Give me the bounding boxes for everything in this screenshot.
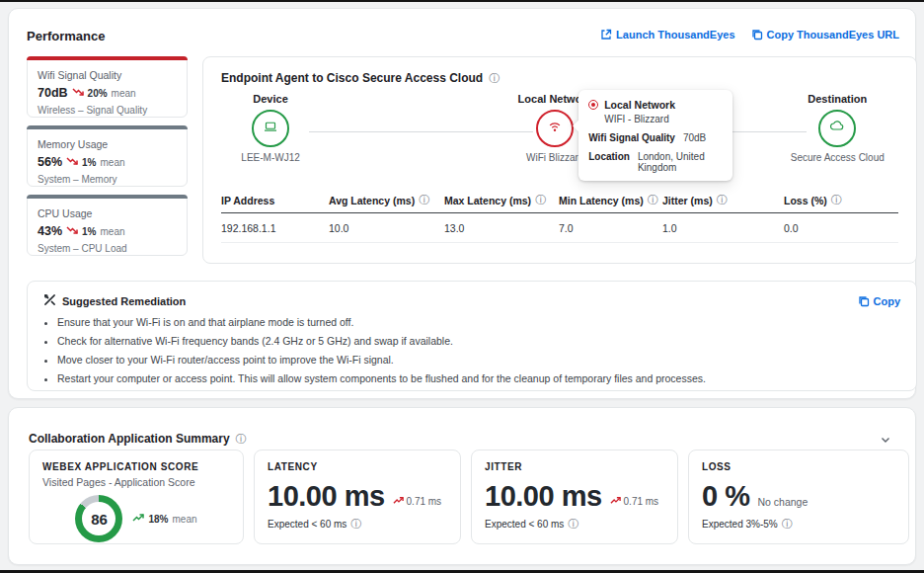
expected-label: Expected < 60 ms: [485, 519, 564, 530]
metric-value: 70dB: [38, 86, 68, 100]
launch-thousandeyes-label: Launch ThousandEyes: [616, 29, 734, 41]
copy-icon: [751, 29, 763, 41]
info-icon[interactable]: ⓘ: [648, 195, 658, 205]
cell-avg-latency: 10.0: [329, 222, 444, 234]
metric-title: CPU Usage: [38, 207, 177, 219]
info-icon[interactable]: ⓘ: [831, 195, 842, 205]
col-jitter: Jitter (ms)ⓘ: [662, 195, 784, 206]
node-label: Device: [211, 93, 330, 105]
collab-summary-panel: Collaboration Application Summary ⓘ WEBE…: [8, 407, 916, 565]
remediation-item: Restart your computer or access point. T…: [57, 372, 900, 384]
metric-trend-suffix: mean: [100, 157, 124, 168]
tooltip-row-label: Location: [588, 151, 630, 173]
info-icon[interactable]: ⓘ: [350, 519, 361, 530]
metric-card-cpu[interactable]: CPU Usage 43% 1% mean System – CPU Load: [27, 195, 188, 256]
path-metrics-table: IP Address Avg Latency (ms)ⓘ Max Latency…: [221, 188, 898, 243]
metric-trend-value: 20%: [88, 88, 108, 99]
remediation-item: Ensure that your Wi-Fi is on and that ai…: [57, 316, 900, 328]
metric-subtitle: Wireless – Signal Quality: [38, 105, 177, 116]
trend-suffix: mean: [173, 514, 197, 525]
expected-label: Expected 3%-5%: [702, 519, 778, 530]
col-min-latency: Min Latency (ms)ⓘ: [559, 195, 662, 206]
trend-value: 0.71 ms: [407, 496, 442, 507]
network-path-diagram: Device LEE-M-WJ12 Local Network: [221, 93, 898, 178]
score-gauge: 86: [75, 495, 122, 542]
trending-down-icon: [66, 222, 78, 240]
expected-row: Expected < 60 ms ⓘ: [268, 519, 447, 530]
trending-up-icon: [393, 495, 404, 508]
copy-remediation-button[interactable]: Copy: [858, 295, 901, 307]
card-subtitle: Visited Pages - Application Score: [42, 476, 230, 488]
info-icon[interactable]: ⓘ: [568, 519, 578, 530]
cell-ip-address: 192.168.1.1: [221, 222, 329, 234]
node-destination[interactable]: Destination Secure Access Cloud: [778, 93, 896, 163]
remediation-list: Ensure that your Wi-Fi is on and that ai…: [57, 316, 900, 384]
card-title: WEBEX APPLICATION SCORE: [42, 461, 230, 472]
info-icon[interactable]: ⓘ: [535, 195, 546, 205]
remediation-title: Suggested Remediation: [62, 295, 186, 307]
metric-card-wifi-signal[interactable]: Wifi Signal Quality 70dB 20% mean Wirele…: [27, 56, 188, 118]
cloud-icon: [828, 118, 846, 139]
col-avg-latency: Avg Latency (ms)ⓘ: [329, 195, 444, 206]
wifi-icon: [546, 118, 564, 139]
copy-thousandeyes-url-label: Copy ThousandEyes URL: [767, 29, 899, 41]
info-icon[interactable]: ⓘ: [489, 73, 500, 84]
col-max-latency: Max Latency (ms)ⓘ: [444, 195, 559, 206]
card-title: JITTER: [485, 461, 664, 472]
col-loss: Loss (%)ⓘ: [784, 195, 898, 206]
page-title: Performance: [27, 29, 105, 43]
info-icon[interactable]: ⓘ: [717, 195, 728, 205]
expected-row: Expected 3%-5% ⓘ: [702, 519, 895, 530]
tooltip-title: Local Network: [604, 99, 675, 111]
metric-card-memory[interactable]: Memory Usage 56% 1% mean System – Memory: [27, 125, 188, 187]
tools-icon: [43, 293, 56, 308]
chevron-down-icon[interactable]: [880, 432, 891, 450]
loss-card: LOSS 0 % No change Expected 3%-5% ⓘ: [688, 450, 909, 544]
copy-thousandeyes-url-link[interactable]: Copy ThousandEyes URL: [751, 29, 899, 41]
card-title: LATENCY: [268, 461, 447, 472]
tooltip-row-value: 70dB: [683, 132, 706, 143]
info-icon[interactable]: ⓘ: [419, 195, 429, 205]
copy-icon: [858, 295, 870, 307]
cell-loss: 0.0: [784, 222, 898, 234]
cell-min-latency: 7.0: [559, 222, 662, 234]
dashboard-screen: Performance Launch ThousandEyes Copy Tho…: [0, 0, 924, 573]
metric-value: 43%: [38, 224, 62, 238]
cell-max-latency: 13.0: [444, 222, 559, 234]
status-error-icon: [588, 100, 598, 110]
table-header-row: IP Address Avg Latency (ms)ⓘ Max Latency…: [221, 188, 898, 213]
launch-thousandeyes-link[interactable]: Launch ThousandEyes: [600, 29, 734, 41]
latency-value: 10.00 ms: [268, 480, 385, 513]
jitter-card: JITTER 10.00 ms 0.71 ms Expected < 60 ms…: [471, 450, 678, 544]
path-card-title: Endpoint Agent to Cisco Secure Access Cl…: [221, 71, 483, 85]
external-link-icon: [600, 29, 612, 41]
metric-trend-value: 1%: [82, 226, 96, 237]
table-row: 192.168.1.1 10.0 13.0 7.0 1.0 0.0: [221, 213, 898, 243]
trend-value: 18%: [148, 514, 168, 525]
tooltip-row-label: Wifi Signal Quality: [588, 132, 675, 143]
node-device[interactable]: Device LEE-M-WJ12: [211, 93, 330, 163]
endpoint-path-card: Endpoint Agent to Cisco Secure Access Cl…: [202, 56, 917, 264]
col-ip-address: IP Address: [221, 195, 329, 206]
tooltip-row-value: London, United Kingdom: [638, 151, 723, 173]
trending-down-icon: [66, 153, 78, 171]
score-value: 86: [82, 502, 116, 535]
info-icon[interactable]: ⓘ: [782, 519, 793, 530]
info-icon[interactable]: ⓘ: [236, 434, 247, 445]
metric-title: Memory Usage: [38, 138, 177, 150]
header-actions: Launch ThousandEyes Copy ThousandEyes UR…: [600, 29, 899, 41]
laptop-icon: [262, 118, 279, 139]
metric-trend-value: 1%: [82, 157, 96, 168]
metric-subtitle: System – Memory: [38, 174, 177, 185]
card-title: LOSS: [702, 461, 895, 472]
path-card-title-row: Endpoint Agent to Cisco Secure Access Cl…: [221, 71, 898, 85]
tooltip-subtitle: WIFI - Blizzard: [604, 114, 723, 124]
node-name: LEE-M-WJ12: [211, 152, 330, 163]
metric-trend-suffix: mean: [100, 226, 124, 237]
trend-value: 0.71 ms: [624, 496, 659, 507]
remediation-item: Move closer to your Wi-Fi router/access …: [57, 354, 900, 366]
collab-summary-title: Collaboration Application Summary: [29, 432, 230, 446]
remediation-title-row: Suggested Remediation: [43, 293, 186, 308]
copy-remediation-label: Copy: [874, 295, 901, 307]
node-label: Destination: [778, 93, 896, 105]
